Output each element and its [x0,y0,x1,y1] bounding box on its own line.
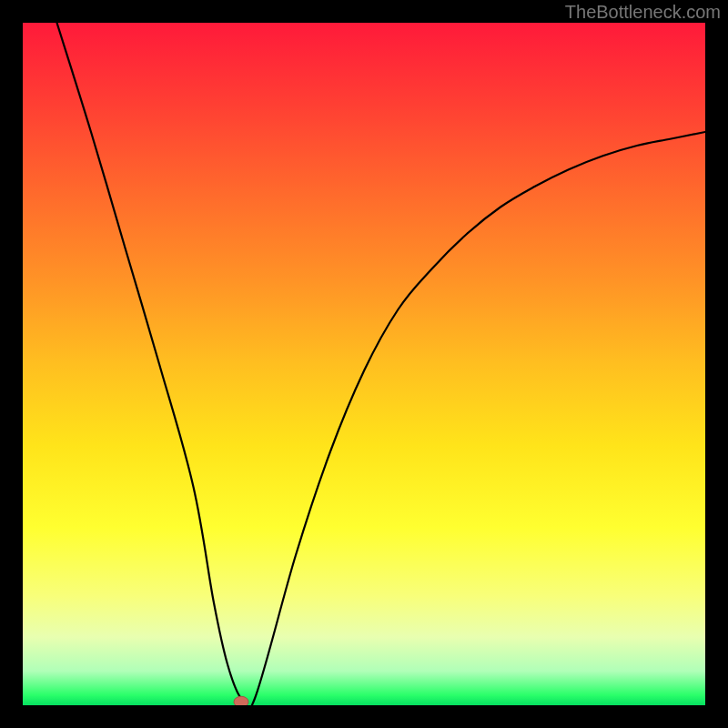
watermark-text: TheBottleneck.com [565,2,721,23]
chart-plot-area [23,23,705,705]
chart-frame: TheBottleneck.com [0,0,728,728]
bottleneck-curve [23,23,705,705]
minimum-marker [234,696,248,705]
curve-path [57,23,706,705]
